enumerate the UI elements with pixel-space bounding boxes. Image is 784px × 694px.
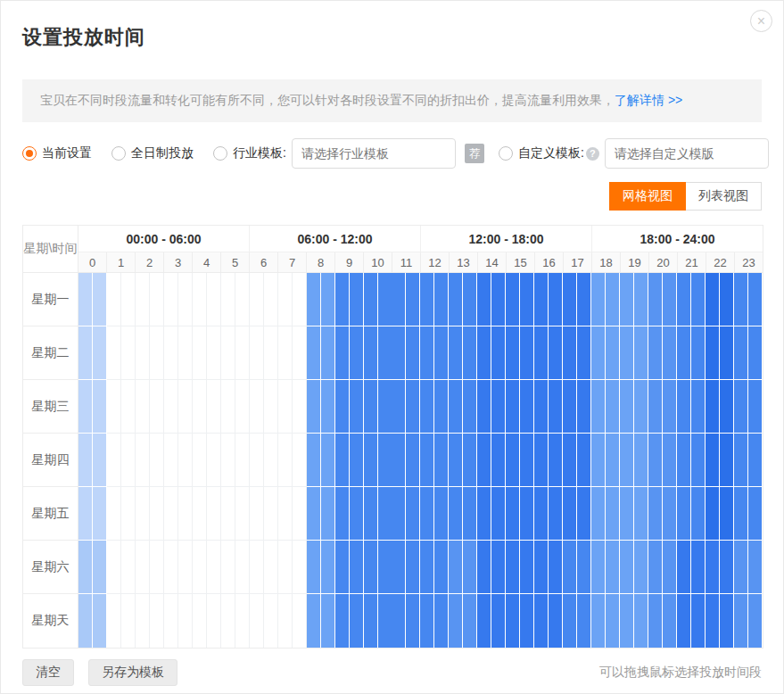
hour-cell[interactable]: [335, 594, 364, 648]
half-hour-cell[interactable]: [321, 487, 335, 541]
hour-cell[interactable]: [591, 541, 620, 594]
half-hour-cell[interactable]: [278, 326, 293, 380]
hour-cell[interactable]: [136, 326, 164, 380]
half-hour-cell[interactable]: [563, 594, 577, 648]
half-hour-cell[interactable]: [491, 380, 506, 434]
half-hour-cell[interactable]: [663, 273, 677, 326]
half-hour-cell[interactable]: [335, 594, 350, 648]
half-hour-cell[interactable]: [278, 380, 293, 434]
hour-cell[interactable]: [420, 594, 449, 648]
half-hour-cell[interactable]: [706, 273, 720, 326]
half-hour-cell[interactable]: [720, 594, 734, 648]
hour-cell[interactable]: [506, 541, 534, 594]
half-hour-cell[interactable]: [193, 273, 207, 326]
hour-cell[interactable]: [591, 594, 620, 648]
hour-cell[interactable]: [250, 594, 278, 648]
half-hour-cell[interactable]: [577, 487, 591, 541]
hour-cell[interactable]: [620, 541, 648, 594]
half-hour-cell[interactable]: [577, 273, 591, 326]
half-hour-cell[interactable]: [364, 326, 378, 380]
half-hour-cell[interactable]: [121, 380, 136, 434]
hour-cell[interactable]: [250, 541, 278, 594]
half-hour-cell[interactable]: [620, 594, 634, 648]
half-hour-cell[interactable]: [620, 380, 634, 434]
hour-cell[interactable]: [307, 326, 335, 380]
hour-cell[interactable]: [335, 434, 364, 487]
hour-cell[interactable]: [107, 487, 136, 541]
half-hour-cell[interactable]: [164, 487, 178, 541]
hour-cell[interactable]: [364, 434, 392, 487]
half-hour-cell[interactable]: [491, 487, 506, 541]
hour-cell[interactable]: [392, 380, 420, 434]
half-hour-cell[interactable]: [434, 594, 449, 648]
half-hour-cell[interactable]: [321, 326, 335, 380]
half-hour-cell[interactable]: [634, 434, 648, 487]
list-view-button[interactable]: 列表视图: [686, 182, 762, 211]
half-hour-cell[interactable]: [264, 273, 278, 326]
hour-cell[interactable]: [449, 541, 477, 594]
half-hour-cell[interactable]: [78, 326, 93, 380]
half-hour-cell[interactable]: [193, 326, 207, 380]
half-hour-cell[interactable]: [293, 594, 307, 648]
hour-cell[interactable]: [449, 594, 477, 648]
close-icon[interactable]: ×: [750, 10, 772, 32]
half-hour-cell[interactable]: [136, 594, 150, 648]
half-hour-cell[interactable]: [364, 380, 378, 434]
half-hour-cell[interactable]: [463, 273, 477, 326]
half-hour-cell[interactable]: [420, 487, 434, 541]
half-hour-cell[interactable]: [93, 380, 107, 434]
hour-cell[interactable]: [734, 434, 763, 487]
half-hour-cell[interactable]: [250, 434, 264, 487]
hour-cell[interactable]: [534, 541, 563, 594]
hour-cell[interactable]: [193, 594, 221, 648]
half-hour-cell[interactable]: [534, 541, 549, 594]
clear-button[interactable]: 清空: [22, 659, 74, 686]
half-hour-cell[interactable]: [520, 541, 534, 594]
half-hour-cell[interactable]: [691, 541, 706, 594]
hour-cell[interactable]: [278, 541, 307, 594]
half-hour-cell[interactable]: [706, 434, 720, 487]
half-hour-cell[interactable]: [350, 434, 364, 487]
half-hour-cell[interactable]: [107, 273, 121, 326]
hour-cell[interactable]: [534, 594, 563, 648]
half-hour-cell[interactable]: [491, 273, 506, 326]
half-hour-cell[interactable]: [264, 326, 278, 380]
half-hour-cell[interactable]: [477, 487, 491, 541]
hour-cell[interactable]: [620, 326, 648, 380]
half-hour-cell[interactable]: [748, 541, 763, 594]
half-hour-cell[interactable]: [606, 487, 620, 541]
save-as-template-button[interactable]: 另存为模板: [88, 659, 177, 686]
hour-cell[interactable]: [534, 434, 563, 487]
half-hour-cell[interactable]: [534, 380, 549, 434]
half-hour-cell[interactable]: [364, 487, 378, 541]
hour-cell[interactable]: [107, 541, 136, 594]
hour-cell[interactable]: [677, 594, 706, 648]
hour-cell[interactable]: [620, 487, 648, 541]
hour-cell[interactable]: [648, 594, 677, 648]
half-hour-cell[interactable]: [207, 380, 221, 434]
hour-cell[interactable]: [477, 326, 506, 380]
half-hour-cell[interactable]: [378, 541, 392, 594]
half-hour-cell[interactable]: [93, 487, 107, 541]
half-hour-cell[interactable]: [691, 273, 706, 326]
half-hour-cell[interactable]: [563, 326, 577, 380]
half-hour-cell[interactable]: [378, 326, 392, 380]
half-hour-cell[interactable]: [606, 541, 620, 594]
half-hour-cell[interactable]: [150, 326, 164, 380]
half-hour-cell[interactable]: [577, 380, 591, 434]
half-hour-cell[interactable]: [207, 487, 221, 541]
half-hour-cell[interactable]: [434, 541, 449, 594]
hour-cell[interactable]: [392, 594, 420, 648]
half-hour-cell[interactable]: [207, 594, 221, 648]
half-hour-cell[interactable]: [577, 594, 591, 648]
half-hour-cell[interactable]: [293, 541, 307, 594]
hour-cell[interactable]: [648, 541, 677, 594]
hour-cell[interactable]: [364, 487, 392, 541]
half-hour-cell[interactable]: [107, 434, 121, 487]
half-hour-cell[interactable]: [449, 380, 463, 434]
half-hour-cell[interactable]: [307, 326, 321, 380]
half-hour-cell[interactable]: [207, 541, 221, 594]
radio-group-custom[interactable]: 自定义模板: ?: [499, 138, 769, 169]
half-hour-cell[interactable]: [406, 380, 420, 434]
half-hour-cell[interactable]: [335, 380, 350, 434]
